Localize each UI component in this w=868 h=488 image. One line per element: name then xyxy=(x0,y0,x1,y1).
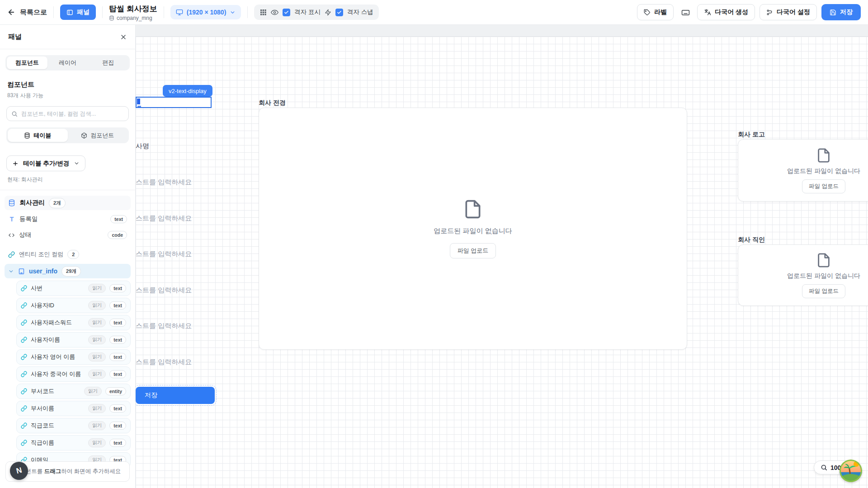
column-row-status[interactable]: 상태 code xyxy=(5,228,131,242)
file-icon xyxy=(816,148,831,163)
i18n-generate-button[interactable]: 다국어 생성 xyxy=(697,4,755,20)
type-badge: text xyxy=(109,336,126,344)
text-input-placeholder[interactable]: 스트를 입력하세요 xyxy=(136,322,192,358)
save-button[interactable]: 저장 xyxy=(821,4,861,20)
column-name: 직급이름 xyxy=(31,439,54,447)
logo-upload-card: 업로드된 파일이 없습니다 파일 업로드 xyxy=(738,139,868,202)
join-column-item[interactable]: 사용자이름 읽기 text xyxy=(16,332,131,347)
join-column-item[interactable]: 부서코드 읽기 entity xyxy=(16,384,131,399)
empty-file-text: 업로드된 파일이 없습니다 xyxy=(434,227,512,235)
selected-text-display-component[interactable] xyxy=(136,97,212,108)
join-column-item[interactable]: 직급이름 읽기 text xyxy=(16,435,131,450)
link-icon xyxy=(21,422,27,429)
close-icon[interactable] xyxy=(120,33,127,41)
join-column-item[interactable]: 사번 읽기 text xyxy=(16,281,131,296)
join-column-item[interactable]: 사용자ID 읽기 text xyxy=(16,298,131,313)
access-badge: 읽기 xyxy=(88,438,106,447)
link-icon xyxy=(21,302,27,309)
join-column-item[interactable]: 사용자 중국어 이름 읽기 text xyxy=(16,366,131,382)
column-name: 사용자패스워드 xyxy=(31,319,72,327)
add-change-table-button[interactable]: 테이블 추가/변경 xyxy=(6,155,85,171)
page-title: 탑씰 회사정보 xyxy=(109,4,157,14)
empty-file-text: 업로드된 파일이 없습니다 xyxy=(787,167,860,175)
text-input-placeholder[interactable]: 스트를 입력하세요 xyxy=(136,178,192,214)
column-name: 부서코드 xyxy=(31,387,54,395)
label-button[interactable]: 라벨 xyxy=(637,4,674,20)
seal-upload-button[interactable]: 파일 업로드 xyxy=(802,284,845,298)
text-input-placeholder[interactable]: 스트를 입력하세요 xyxy=(136,286,192,322)
type-badge: text xyxy=(109,301,126,310)
branch-settings-icon xyxy=(766,9,773,16)
column-name: 사용자 영어 이름 xyxy=(31,353,75,361)
type-badge: text xyxy=(109,439,126,447)
panorama-upload-button[interactable]: 파일 업로드 xyxy=(450,243,496,258)
chevron-down-icon xyxy=(8,268,14,274)
panel-tabs: 컴포넌트 레이어 편집 xyxy=(5,55,130,70)
logo-upload-button[interactable]: 파일 업로드 xyxy=(802,179,845,193)
segment-table[interactable]: 테이블 xyxy=(8,129,68,142)
component-search[interactable] xyxy=(6,106,129,121)
link-icon xyxy=(21,354,27,360)
table-group-row[interactable]: 회사관리 2개 xyxy=(5,196,131,210)
panel-toggle-button[interactable]: 패널 xyxy=(60,5,96,20)
design-canvas: v2-text-display 사명 스트를 입력하세요스트를 입력하세요스트를… xyxy=(136,25,868,488)
back-label: 목록으로 xyxy=(20,8,47,17)
logo-section-title: 회사 로고 xyxy=(738,131,765,139)
text-input-placeholder[interactable]: 스트를 입력하세요 xyxy=(136,214,192,250)
link-icon xyxy=(21,440,27,446)
resolution-select[interactable]: (868 × 488) xyxy=(170,5,241,19)
column-name: 사용자이름 xyxy=(31,336,60,344)
link-icon xyxy=(21,388,27,394)
top-toolbar: 목록으로 패널 탑씰 회사정보 company_mng (868 × 488… xyxy=(0,0,868,25)
components-available-count: 83개 사용 가능 xyxy=(7,92,128,99)
divider xyxy=(247,6,248,18)
grid-snap-checkbox[interactable] xyxy=(335,9,343,16)
join-column-item[interactable]: 사용자패스워드 읽기 text xyxy=(16,315,131,330)
join-table-row-user-info[interactable]: user_info 29개 xyxy=(5,264,131,278)
company-name-label-partial[interactable]: 사명 xyxy=(136,142,149,150)
tag-icon xyxy=(644,9,651,16)
grid-icon xyxy=(259,9,267,16)
keyboard-shortcuts-button[interactable] xyxy=(678,5,693,19)
i18n-settings-button[interactable]: 다국어 설정 xyxy=(760,4,817,20)
column-row-regdate[interactable]: T 등록일 text xyxy=(5,212,131,226)
grid-show-checkbox[interactable] xyxy=(283,9,290,16)
text-fragment-underline xyxy=(137,106,141,107)
back-to-list-button[interactable]: 목록으로 xyxy=(7,8,47,17)
entity-join-section: 엔티티 조인 컬럼 2 xyxy=(5,249,131,260)
link-icon xyxy=(21,337,27,343)
tab-edit[interactable]: 편집 xyxy=(88,56,128,69)
join-column-item[interactable]: 직급코드 읽기 text xyxy=(16,418,131,433)
lightning-icon xyxy=(325,9,331,16)
column-name: 사번 xyxy=(31,284,42,292)
access-badge: 읽기 xyxy=(88,370,106,379)
plus-icon xyxy=(12,160,19,167)
file-icon xyxy=(816,253,831,268)
join-column-item[interactable]: 사용자 영어 이름 읽기 text xyxy=(16,349,131,365)
table-column-tree: 회사관리 2개 T 등록일 text 상태 code 엔티티 조인 컬럼 2 u… xyxy=(0,190,135,468)
user-avatar[interactable] xyxy=(840,460,862,482)
divider xyxy=(102,6,103,18)
type-badge: text xyxy=(109,284,126,292)
type-badge: text xyxy=(109,319,126,327)
type-badge: entity xyxy=(105,387,126,395)
search-input[interactable] xyxy=(21,111,124,117)
access-badge: 읽기 xyxy=(88,404,106,413)
empty-file-text: 업로드된 파일이 없습니다 xyxy=(787,272,860,280)
type-badge: text xyxy=(109,370,126,378)
canvas-save-button[interactable]: 저장 xyxy=(136,387,215,404)
tab-layers[interactable]: 레이어 xyxy=(47,56,88,69)
join-column-list: 사번 읽기 text 사용자ID 읽기 text 사용자패스워드 xyxy=(5,281,131,468)
link-icon xyxy=(21,319,27,326)
link-icon xyxy=(8,251,15,258)
type-badge: text xyxy=(110,215,127,223)
column-count-badge: 2개 xyxy=(49,198,66,208)
segment-component[interactable]: 컴포넌트 xyxy=(68,129,128,142)
column-name: 사용자 중국어 이름 xyxy=(31,370,81,378)
island-avatar-art xyxy=(840,460,862,482)
database-icon xyxy=(24,132,30,139)
tab-components[interactable]: 컴포넌트 xyxy=(7,56,47,69)
text-input-placeholder[interactable]: 스트를 입력하세요 xyxy=(136,250,192,286)
eye-icon[interactable] xyxy=(271,9,278,16)
join-column-item[interactable]: 부서이름 읽기 text xyxy=(16,401,131,416)
